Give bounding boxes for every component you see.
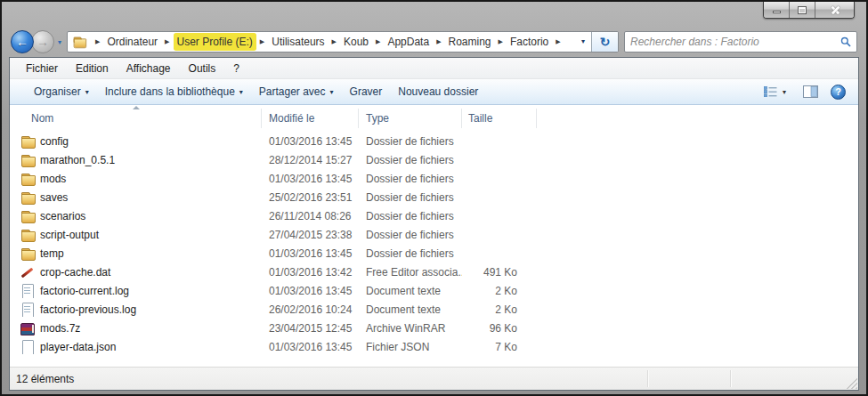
crumb-separator-icon: ▶ xyxy=(95,38,100,45)
chevron-down-icon: ▾ xyxy=(783,88,786,96)
folder-icon xyxy=(20,172,35,186)
column-header-modifie[interactable]: Modifié le xyxy=(262,109,359,128)
partager-avec-button[interactable]: Partager avec ▾ xyxy=(251,83,342,101)
change-view-button[interactable]: ▾ xyxy=(759,84,791,100)
text-document-icon xyxy=(20,284,35,298)
menu-bar: Fichier Edition Affichage Outils ? xyxy=(10,58,858,79)
breadcrumb-factorio[interactable]: Factorio xyxy=(508,35,550,49)
file-row-scenarios[interactable]: scenarios 26/11/2014 08:26 Dossier de fi… xyxy=(10,206,858,225)
title-bar[interactable] xyxy=(2,2,866,27)
column-header-taille[interactable]: Taille xyxy=(462,109,537,128)
file-row-script-output[interactable]: script-output 27/04/2015 23:38 Dossier d… xyxy=(10,225,858,244)
refresh-icon: ↻ xyxy=(600,35,611,49)
recent-pages-dropdown[interactable]: ▾ xyxy=(58,38,61,46)
menu-fichier[interactable]: Fichier xyxy=(17,61,67,77)
chevron-down-icon: ▾ xyxy=(239,88,243,96)
search-icon[interactable] xyxy=(840,36,851,47)
list-view-icon xyxy=(764,86,777,97)
search-box xyxy=(624,31,857,53)
command-toolbar: Organiser ▾ Inclure dans la bibliothèque… xyxy=(10,79,858,105)
file-modified: 01/03/2016 13:45 xyxy=(262,247,359,260)
window-controls xyxy=(763,2,855,19)
toolbar-right-group: ▾ ? xyxy=(759,84,846,100)
menu-help[interactable]: ? xyxy=(224,61,248,77)
column-label-taille: Taille xyxy=(468,112,492,125)
file-size: 491 Ko xyxy=(462,266,537,279)
back-button[interactable]: ← xyxy=(11,30,34,53)
folder-icon xyxy=(20,209,35,223)
explorer-window: ← → ▾ ▶ Ordinateur ▶ User Profile (E:) ▶… xyxy=(0,0,868,396)
column-label-nom: Nom xyxy=(31,112,53,125)
crumb-separator-icon: ▶ xyxy=(260,38,264,45)
file-list: config 01/03/2016 13:45 Dossier de fichi… xyxy=(10,132,858,367)
file-row-saves[interactable]: saves 25/02/2016 23:51 Dossier de fichie… xyxy=(10,188,858,206)
minimize-button[interactable] xyxy=(764,2,790,18)
inclure-label: Inclure dans la bibliothèque xyxy=(105,85,235,98)
maximize-button[interactable] xyxy=(790,2,815,18)
forward-button[interactable]: → xyxy=(31,30,54,53)
question-mark-icon: ? xyxy=(835,86,841,97)
chevron-down-icon: ▾ xyxy=(330,88,334,96)
breadcrumb-roaming[interactable]: Roaming xyxy=(447,35,493,49)
preview-pane-button[interactable] xyxy=(803,85,818,98)
address-dropdown-button[interactable]: ▾ xyxy=(575,32,591,52)
organiser-button[interactable]: Organiser ▾ xyxy=(26,83,97,101)
file-type: Dossier de fichiers xyxy=(359,154,462,166)
inclure-bibliotheque-button[interactable]: Inclure dans la bibliothèque ▾ xyxy=(97,83,251,101)
resize-grip[interactable] xyxy=(846,377,857,389)
breadcrumb-user-profile[interactable]: User Profile (E:) xyxy=(175,35,255,49)
file-row-mods-7z[interactable]: mods.7z 23/04/2015 12:45 Archive WinRAR … xyxy=(10,319,858,337)
file-modified: 28/12/2014 15:27 xyxy=(262,154,359,166)
file-modified: 26/02/2016 10:24 xyxy=(262,303,359,316)
file-size: 7 Ko xyxy=(462,341,537,353)
column-header-type[interactable]: Type xyxy=(359,109,462,128)
folder-icon xyxy=(73,36,85,48)
folder-icon xyxy=(20,246,35,261)
file-modified: 26/11/2014 08:26 xyxy=(262,210,359,222)
file-name: config xyxy=(40,135,69,148)
help-button[interactable]: ? xyxy=(831,85,846,100)
navigation-bar: ← → ▾ ▶ Ordinateur ▶ User Profile (E:) ▶… xyxy=(2,27,866,57)
crumb-separator-icon: ▶ xyxy=(376,38,380,45)
file-type: Document texte xyxy=(359,285,462,297)
file-modified: 01/03/2016 13:42 xyxy=(262,266,359,279)
organiser-label: Organiser xyxy=(34,85,81,98)
breadcrumb-koub[interactable]: Koub xyxy=(342,35,370,49)
crumb-separator-icon: ▶ xyxy=(436,38,441,45)
file-row-mods[interactable]: mods 01/03/2016 13:45 Dossier de fichier… xyxy=(10,169,858,188)
file-name: saves xyxy=(40,191,68,204)
file-name: factorio-previous.log xyxy=(40,303,136,316)
graver-button[interactable]: Graver xyxy=(342,83,391,101)
nouveau-dossier-button[interactable]: Nouveau dossier xyxy=(390,83,486,101)
folder-icon xyxy=(20,153,35,167)
file-type: Free Editor associa... xyxy=(359,266,462,279)
file-row-crop-cache[interactable]: crop-cache.dat 01/03/2016 13:42 Free Edi… xyxy=(10,263,858,281)
file-row-temp[interactable]: temp 01/03/2016 13:45 Dossier de fichier… xyxy=(10,244,858,263)
column-label-type: Type xyxy=(366,112,389,125)
menu-outils[interactable]: Outils xyxy=(180,61,225,77)
file-row-factorio-previous-log[interactable]: factorio-previous.log 26/02/2016 10:24 D… xyxy=(10,300,858,319)
menu-affichage[interactable]: Affichage xyxy=(118,61,180,77)
file-name: scenarios xyxy=(40,210,85,222)
close-button[interactable] xyxy=(815,2,854,18)
breadcrumb-ordinateur[interactable]: Ordinateur xyxy=(105,35,159,49)
file-modified: 23/04/2015 12:45 xyxy=(262,322,359,335)
close-icon xyxy=(830,4,840,15)
file-row-player-data-json[interactable]: player-data.json 01/03/2016 13:45 Fichie… xyxy=(10,337,858,356)
column-header-nom[interactable]: Nom xyxy=(10,109,262,128)
folder-icon xyxy=(20,228,35,242)
refresh-button[interactable]: ↻ xyxy=(591,32,618,52)
file-row-factorio-current-log[interactable]: factorio-current.log 01/03/2016 13:45 Do… xyxy=(10,281,858,300)
breadcrumb-appdata[interactable]: AppData xyxy=(385,35,431,49)
file-row-marathon[interactable]: marathon_0.5.1 28/12/2014 15:27 Dossier … xyxy=(10,150,858,169)
graver-label: Graver xyxy=(350,85,383,98)
menu-edition[interactable]: Edition xyxy=(67,61,118,77)
winrar-archive-icon xyxy=(20,321,35,335)
breadcrumb-utilisateurs[interactable]: Utilisateurs xyxy=(270,35,326,49)
back-arrow-icon: ← xyxy=(16,35,28,49)
file-row-config[interactable]: config 01/03/2016 13:45 Dossier de fichi… xyxy=(10,132,858,150)
folder-icon xyxy=(20,190,35,205)
file-type: Document texte xyxy=(359,303,462,316)
search-input[interactable] xyxy=(630,36,840,48)
address-bar[interactable]: ▶ Ordinateur ▶ User Profile (E:) ▶ Utili… xyxy=(67,31,619,53)
